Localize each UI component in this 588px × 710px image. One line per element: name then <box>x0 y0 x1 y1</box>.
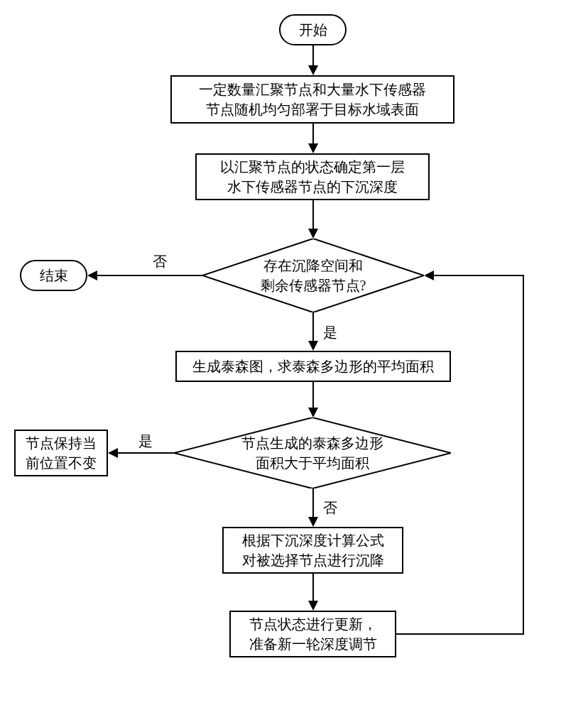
step6-box: 节点状态进行更新， 准备新一轮深度调节 <box>229 611 396 657</box>
arrow-head <box>424 271 434 280</box>
decision1-text: 存在沉降空间和 剩余传感器节点? <box>261 256 366 295</box>
arrow-line <box>312 124 314 145</box>
step1-box: 一定数量汇聚节点和大量水下传感器 节点随机均匀部署于目标水域表面 <box>170 75 454 124</box>
step4-box: 节点保持当 前位置不变 <box>14 430 108 476</box>
arrow-line <box>312 574 314 602</box>
step2-box: 以汇聚节点的状态确定第一层 水下传感器节点的下沉深度 <box>195 153 430 200</box>
yes-label-1: 是 <box>323 323 337 342</box>
step3-box: 生成泰森图，求泰森多边形的平均面积 <box>175 351 451 382</box>
no-label-2: 否 <box>323 498 337 518</box>
arrow-line <box>523 275 524 635</box>
arrow-head <box>308 517 318 527</box>
start-terminal: 开始 <box>279 14 347 45</box>
step2-text: 以汇聚节点的状态确定第一层 水下传感器节点的下沉深度 <box>220 157 405 197</box>
step3-text: 生成泰森图，求泰森多边形的平均面积 <box>192 356 434 376</box>
yes-label-2: 是 <box>138 432 153 451</box>
arrow-line <box>312 45 314 67</box>
arrow-line <box>312 200 314 230</box>
arrow-head <box>87 271 97 280</box>
arrow-line <box>118 452 174 454</box>
arrow-head <box>308 65 318 75</box>
step5-text: 根据下沉深度计算公式 对被选择节点进行沉降 <box>242 530 384 570</box>
flowchart-container: 开始 一定数量汇聚节点和大量水下传感器 节点随机均匀部署于目标水域表面 以汇聚节… <box>14 14 574 696</box>
arrow-line <box>97 275 202 276</box>
start-label: 开始 <box>299 21 327 40</box>
arrow-line <box>312 312 314 342</box>
step4-text: 节点保持当 前位置不变 <box>26 433 97 473</box>
end-label: 结束 <box>40 266 68 285</box>
arrow-head <box>308 143 318 153</box>
arrow-head <box>308 408 318 417</box>
no-label-1: 否 <box>153 252 167 271</box>
step1-text: 一定数量汇聚节点和大量水下传感器 节点随机均匀部署于目标水域表面 <box>199 80 426 119</box>
end-terminal: 结束 <box>20 260 87 291</box>
arrow-line <box>396 633 524 635</box>
arrow-head <box>108 448 118 458</box>
step5-box: 根据下沉深度计算公式 对被选择节点进行沉降 <box>222 527 403 574</box>
arrow-head <box>308 229 318 239</box>
arrow-line <box>434 275 524 276</box>
decision2-text: 节点生成的泰森多边形 面积大于平均面积 <box>241 433 383 473</box>
arrow-head <box>308 341 318 351</box>
arrow-line <box>312 488 314 518</box>
decision2-diamond: 节点生成的泰森多边形 面积大于平均面积 <box>174 417 451 488</box>
arrow-head <box>308 601 318 611</box>
step6-text: 节点状态进行更新， 准备新一轮深度调节 <box>249 614 377 654</box>
arrow-line <box>312 382 314 409</box>
decision1-diamond: 存在沉降空间和 剩余传感器节点? <box>202 239 424 312</box>
